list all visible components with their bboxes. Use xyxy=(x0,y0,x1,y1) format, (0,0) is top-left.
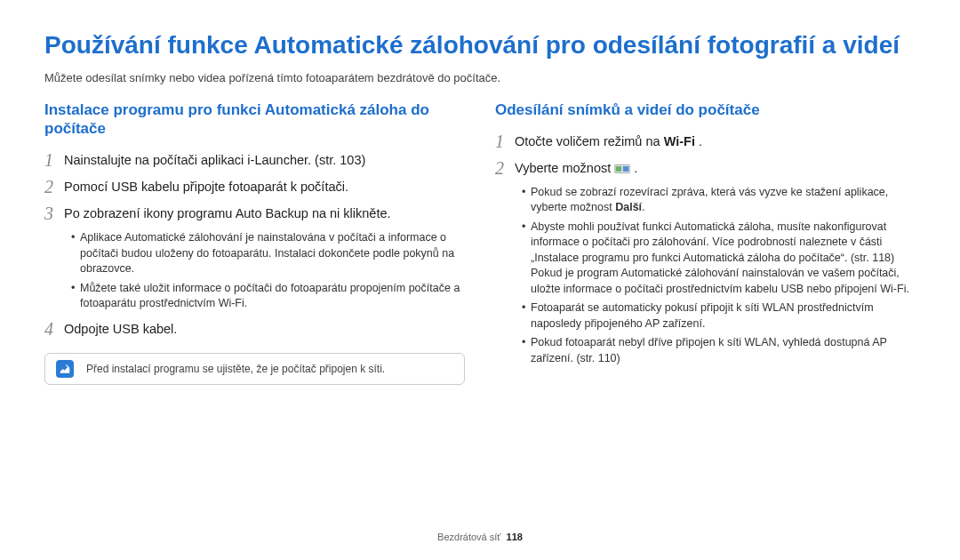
right-heading: Odesílání snímků a videí do počítače xyxy=(495,100,916,119)
step-number: 2 xyxy=(44,177,64,196)
note-text: Před instalací programu se ujistěte, že … xyxy=(86,363,385,375)
left-step-1: 1 Nainstalujte na počítači aplikaci i-La… xyxy=(44,150,465,170)
step-text: Po zobrazení ikony programu Auto Backup … xyxy=(64,204,391,223)
list-item: Abyste mohli používat funkci Automatická… xyxy=(522,220,916,298)
step-text: Vyberte možnost . xyxy=(515,158,637,178)
step-text: Odpojte USB kabel. xyxy=(64,319,177,339)
note-box: Před instalací programu se ujistěte, že … xyxy=(44,353,465,385)
left-step-4: 4 Odpojte USB kabel. xyxy=(44,319,465,339)
list-item: Pokud fotoaparát nebyl dříve připojen k … xyxy=(522,335,916,366)
list-item: Aplikace Automatické zálohování je nains… xyxy=(71,230,465,277)
footer-page-number: 118 xyxy=(507,532,523,542)
page-footer: Bezdrátová síť 118 xyxy=(0,532,960,542)
step-text: Otočte voličem režimů na Wi-Fi . xyxy=(515,132,702,151)
left-heading: Instalace programu pro funkci Automatick… xyxy=(44,100,465,139)
right-step-1: 1 Otočte voličem režimů na Wi-Fi . xyxy=(495,132,916,151)
left-step-2: 2 Pomocí USB kabelu připojte fotoaparát … xyxy=(44,177,465,196)
bold-text: Další xyxy=(615,201,642,213)
text-fragment: Otočte voličem režimů na xyxy=(515,134,664,148)
left-step-3: 3 Po zobrazení ikony programu Auto Backu… xyxy=(44,204,465,223)
mode-icon xyxy=(614,162,630,173)
right-step-2: 2 Vyberte možnost . xyxy=(495,158,916,178)
list-item: Fotoaparát se automaticky pokusí připoji… xyxy=(522,300,916,332)
step-text: Nainstalujte na počítači aplikaci i-Laun… xyxy=(64,150,365,170)
text-fragment: Vyberte možnost xyxy=(515,161,614,175)
page-title: Používání funkce Automatické zálohování … xyxy=(44,30,916,60)
step-number: 4 xyxy=(44,319,64,339)
list-item: Můžete také uložit informace o počítači … xyxy=(71,281,465,312)
left-step-3-bullets: Aplikace Automatické zálohování je nains… xyxy=(71,230,465,312)
list-item: Pokud se zobrazí rozevírací zpráva, kter… xyxy=(522,185,916,216)
step-text: Pomocí USB kabelu připojte fotoaparát k … xyxy=(64,177,348,196)
wifi-label: Wi-Fi xyxy=(664,134,695,148)
svg-rect-1 xyxy=(616,166,622,172)
svg-rect-2 xyxy=(623,166,629,172)
note-icon xyxy=(56,360,74,378)
step-number: 1 xyxy=(44,150,64,170)
footer-section: Bezdrátová síť xyxy=(437,532,500,542)
text-fragment: Pokud se zobrazí rozevírací zpráva, kter… xyxy=(531,186,888,214)
right-column: Odesílání snímků a videí do počítače 1 O… xyxy=(495,100,916,385)
left-column: Instalace programu pro funkci Automatick… xyxy=(44,100,465,385)
content-columns: Instalace programu pro funkci Automatick… xyxy=(44,100,916,385)
page-intro: Můžete odesílat snímky nebo videa poříze… xyxy=(44,71,916,84)
step-number: 3 xyxy=(44,204,64,223)
step-number: 1 xyxy=(495,132,515,151)
step-number: 2 xyxy=(495,158,515,178)
right-step-2-bullets: Pokud se zobrazí rozevírací zpráva, kter… xyxy=(522,185,916,367)
